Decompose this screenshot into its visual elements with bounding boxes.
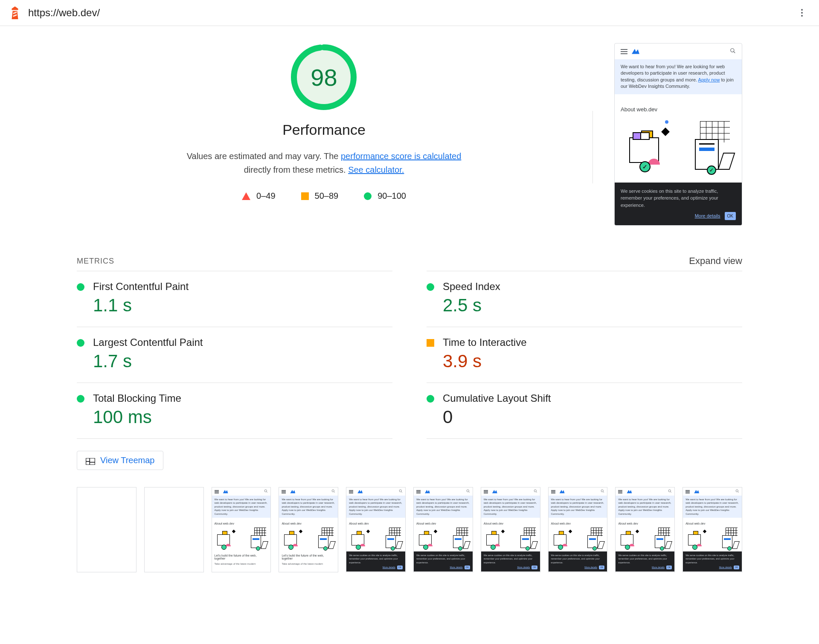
svg-point-1 <box>801 12 803 14</box>
metric-value: 1.7 s <box>93 351 203 371</box>
thumb-illustration <box>282 528 335 551</box>
svg-point-25 <box>736 490 738 492</box>
filmstrip-thumbnail[interactable] <box>77 487 136 572</box>
page-url: https://web.dev/ <box>28 7 100 19</box>
thumb-illustration <box>484 528 537 551</box>
thumb-illustration <box>551 528 605 551</box>
metric-row: First Contentful Paint1.1 s <box>77 271 392 327</box>
thumb-illustration <box>416 528 470 551</box>
metric-value: 0 <box>443 407 551 427</box>
metric-row: Total Blocking Time100 ms <box>77 383 392 438</box>
expand-view-toggle[interactable]: Expand view <box>689 255 742 267</box>
lighthouse-icon <box>9 6 20 19</box>
metric-label: Time to Interactive <box>443 337 527 348</box>
filmstrip: We want to hear from you! We are looking… <box>77 487 742 572</box>
score-description: Values are estimated and may vary. The p… <box>186 149 463 177</box>
thumb-illustration <box>685 528 739 551</box>
thumb-illustration <box>349 528 403 551</box>
metric-label: Speed Index <box>443 281 500 293</box>
legend-avg-icon <box>301 192 309 200</box>
page-preview-screenshot: We want to hear from you! We are looking… <box>614 43 742 226</box>
svg-point-0 <box>801 9 803 11</box>
metric-row: Speed Index2.5 s <box>427 271 742 327</box>
svg-point-11 <box>265 490 267 492</box>
metric-row: Cumulative Layout Shift0 <box>427 383 742 438</box>
status-square-icon <box>427 339 434 347</box>
filmstrip-thumbnail[interactable]: We want to hear from you! We are looking… <box>682 487 742 572</box>
webdev-logo-icon <box>632 49 639 54</box>
legend-pass-icon <box>364 192 372 200</box>
svg-line-26 <box>738 492 739 493</box>
vertical-divider <box>592 111 593 183</box>
svg-point-21 <box>601 490 604 492</box>
svg-point-13 <box>332 490 334 492</box>
metric-label: Cumulative Layout Shift <box>443 392 551 404</box>
thumb-illustration <box>215 528 268 551</box>
filmstrip-thumbnail[interactable]: We want to hear from you! We are looking… <box>413 487 473 572</box>
status-dot-icon <box>77 283 84 291</box>
svg-point-17 <box>467 490 469 492</box>
legend-fail-icon <box>242 192 250 200</box>
svg-line-6 <box>734 52 735 53</box>
gauge-score: 98 <box>290 43 358 111</box>
preview-banner: We want to hear from you! We are looking… <box>615 59 742 94</box>
preview-about-title: About web.dev <box>621 106 736 113</box>
metric-value: 3.9 s <box>443 351 527 371</box>
thumb-illustration <box>618 528 672 551</box>
score-legend: 0–49 50–89 90–100 <box>242 191 406 201</box>
status-dot-icon <box>427 395 434 403</box>
treemap-icon <box>86 457 95 464</box>
filmstrip-thumbnail[interactable] <box>144 487 204 572</box>
performance-gauge: 98 Performance <box>282 43 366 138</box>
gauge-label: Performance <box>282 122 366 138</box>
svg-line-14 <box>334 492 335 493</box>
hamburger-icon <box>621 49 627 54</box>
status-dot-icon <box>427 283 434 291</box>
search-icon <box>730 48 736 55</box>
status-dot-icon <box>77 395 84 403</box>
svg-point-5 <box>731 49 734 52</box>
metric-label: Total Blocking Time <box>93 392 181 404</box>
svg-line-16 <box>401 492 402 493</box>
svg-line-18 <box>468 492 469 493</box>
score-calc-link[interactable]: performance score is calculated <box>341 151 461 161</box>
svg-point-2 <box>801 15 803 17</box>
metric-value: 100 ms <box>93 407 181 427</box>
svg-line-22 <box>603 492 604 493</box>
svg-point-19 <box>534 490 536 492</box>
svg-line-12 <box>267 492 267 493</box>
preview-cookie-banner: We serve cookies on this site to analyze… <box>615 183 742 226</box>
status-dot-icon <box>77 339 84 347</box>
svg-point-15 <box>399 490 401 492</box>
svg-point-23 <box>668 490 671 492</box>
svg-line-20 <box>536 492 537 493</box>
metric-value: 1.1 s <box>93 295 189 316</box>
metric-label: First Contentful Paint <box>93 281 189 293</box>
metric-row: Time to Interactive3.9 s <box>427 327 742 383</box>
metrics-section-title: METRICS <box>77 257 114 266</box>
filmstrip-thumbnail[interactable]: We want to hear from you! We are looking… <box>548 487 608 572</box>
topbar: https://web.dev/ <box>0 0 819 26</box>
filmstrip-thumbnail[interactable]: We want to hear from you! We are looking… <box>481 487 540 572</box>
filmstrip-thumbnail[interactable]: We want to hear from you! We are looking… <box>279 487 338 572</box>
preview-ok-button: OK <box>725 212 736 220</box>
metric-row: Largest Contentful Paint1.7 s <box>77 327 392 383</box>
metric-value: 2.5 s <box>443 295 500 316</box>
filmstrip-thumbnail[interactable]: We want to hear from you! We are looking… <box>212 487 271 572</box>
preview-illustration <box>621 121 736 177</box>
see-calculator-link[interactable]: See calculator. <box>348 165 404 174</box>
more-menu-button[interactable] <box>794 5 810 20</box>
svg-line-24 <box>671 492 671 493</box>
preview-more-details-link: More details <box>695 212 720 220</box>
filmstrip-thumbnail[interactable]: We want to hear from you! We are looking… <box>615 487 675 572</box>
metric-label: Largest Contentful Paint <box>93 337 203 348</box>
view-treemap-button[interactable]: View Treemap <box>77 451 163 470</box>
filmstrip-thumbnail[interactable]: We want to hear from you! We are looking… <box>346 487 406 572</box>
metrics-grid: First Contentful Paint1.1 sSpeed Index2.… <box>77 271 742 439</box>
